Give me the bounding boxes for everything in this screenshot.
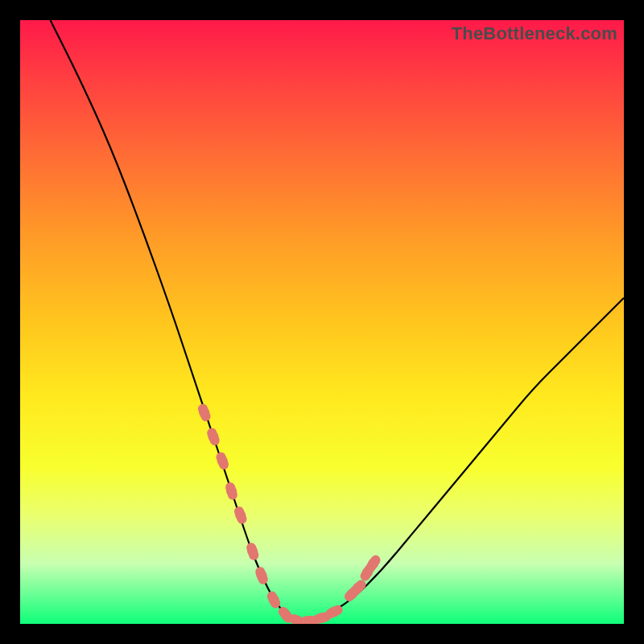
curve-marker-dot <box>247 547 258 557</box>
curve-marker-dot <box>208 431 219 442</box>
curve-marker-dot <box>217 456 228 466</box>
curve-marker-dot <box>226 486 237 497</box>
bottleneck-plot <box>20 20 624 624</box>
marker-group <box>196 402 382 624</box>
curve-marker-dot <box>281 609 291 620</box>
bottleneck-curve <box>51 20 625 621</box>
curve-marker-dot <box>353 583 364 593</box>
curve-marker-dot <box>329 607 340 617</box>
curve-marker-dot <box>199 407 209 418</box>
curve-marker-dot <box>368 559 378 569</box>
curve-marker-dot <box>257 571 267 581</box>
curve-marker-dot <box>235 510 246 521</box>
curve-marker-dot <box>317 613 328 623</box>
chart-area: TheBottleneck.com <box>20 20 624 624</box>
curve-marker-dot <box>269 595 279 605</box>
